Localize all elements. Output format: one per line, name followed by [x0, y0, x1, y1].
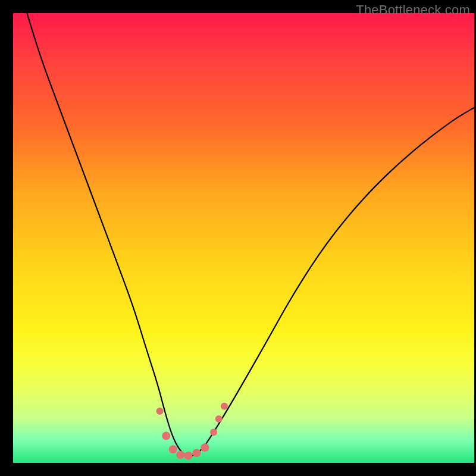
bottleneck-curve: [27, 13, 474, 456]
watermark-text: TheBottleneck.com: [356, 2, 470, 18]
highlight-point: [215, 415, 223, 422]
highlight-point: [210, 429, 217, 436]
highlight-point: [201, 443, 209, 452]
highlight-markers: [156, 403, 228, 460]
chart-frame: TheBottleneck.com: [0, 0, 476, 476]
curve-layer: [13, 13, 474, 463]
highlight-point: [162, 432, 170, 440]
highlight-point: [156, 408, 164, 415]
highlight-point: [169, 445, 177, 453]
highlight-point: [184, 452, 193, 460]
highlight-point: [192, 449, 201, 457]
highlight-point: [176, 450, 184, 459]
plot-area: [13, 13, 474, 463]
highlight-point: [221, 403, 228, 410]
